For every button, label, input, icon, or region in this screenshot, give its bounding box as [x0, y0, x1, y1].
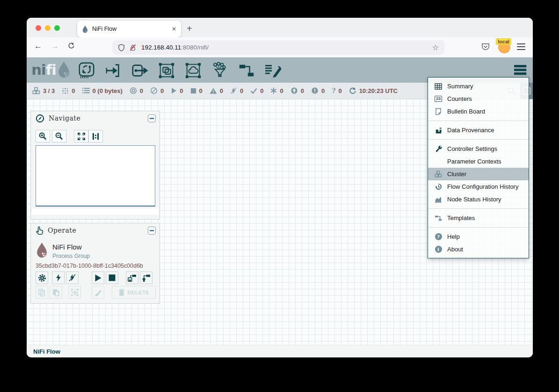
bookmark-star-icon[interactable]: ☆: [432, 43, 439, 52]
menu-item-summary[interactable]: Summary: [428, 80, 529, 93]
traffic-light-zoom-button[interactable]: [54, 25, 60, 31]
status-stopped: 0: [190, 87, 203, 94]
screenshot-stage: NiFi Flow ✕ + ← → 192.168.40.11:8080/nif…: [0, 0, 559, 392]
help-icon: ?: [434, 233, 443, 240]
status-locally-modified-stale: 0: [311, 87, 325, 94]
component-toolbar: [77, 61, 283, 80]
label-component-icon[interactable]: [264, 61, 283, 80]
selected-component-type: Process Group: [52, 253, 90, 259]
new-tab-button[interactable]: +: [187, 21, 192, 36]
processor-component-icon[interactable]: [77, 61, 96, 80]
start-button[interactable]: [92, 271, 104, 284]
queued-list-icon: [82, 87, 90, 94]
breadcrumb[interactable]: NiFi Flow: [33, 348, 60, 355]
forward-button[interactable]: →: [51, 42, 59, 51]
tab-bar: NiFi Flow ✕ +: [27, 18, 533, 37]
operate-header: Operate: [31, 223, 160, 237]
birdseye-brush[interactable]: [32, 208, 159, 216]
nifi-logo-text-ni: ni: [31, 61, 46, 78]
menu-item-parameter-contexts[interactable]: Parameter Contexts: [428, 155, 529, 168]
url-host: 192.168.40.11: [141, 44, 181, 51]
not-transmitting-icon: [150, 87, 158, 94]
zoom-fit-button[interactable]: [74, 130, 88, 143]
pocket-icon[interactable]: [481, 43, 490, 51]
browser-menu-icon[interactable]: [517, 43, 525, 50]
asterisk-icon: [270, 87, 277, 94]
selected-component-id: 35cbd3b7-017b-1000-8bff-1c3405c00d6b: [36, 263, 143, 269]
birdseye-view[interactable]: [36, 145, 155, 207]
traffic-light-close-button[interactable]: [36, 25, 41, 31]
input-port-component-icon[interactable]: [104, 61, 123, 80]
threads-icon: [62, 87, 69, 94]
status-up-to-date: 0: [250, 87, 263, 94]
navigate-toolbar: [36, 130, 105, 143]
nifi-logo-text-fi: fi: [46, 61, 56, 78]
save-template-icon: [128, 274, 137, 282]
breadcrumb-bar: NiFi Flow: [27, 345, 533, 357]
stop-button[interactable]: [106, 271, 118, 284]
fill-color-button[interactable]: [92, 286, 104, 299]
reload-button[interactable]: [68, 42, 75, 49]
enable-button[interactable]: [52, 271, 65, 284]
selected-component-name: NiFi Flow: [52, 243, 82, 251]
menu-item-flow-configuration-history[interactable]: Flow Configuration History: [428, 180, 529, 193]
delete-button[interactable]: DELETE: [112, 286, 156, 299]
stop-icon: [109, 274, 116, 281]
tab-close-icon[interactable]: ✕: [172, 26, 176, 32]
insecure-lock-icon[interactable]: [129, 44, 137, 51]
menu-item-node-status-history[interactable]: Node Status History: [428, 193, 529, 206]
history-icon: [434, 183, 443, 190]
zoom-out-button[interactable]: [52, 130, 66, 143]
copy-button[interactable]: [36, 286, 48, 299]
traffic-light-minimize-button[interactable]: [45, 25, 51, 31]
configuration-button[interactable]: [36, 271, 48, 284]
menu-item-cluster[interactable]: Cluster: [428, 168, 529, 180]
menu-item-help[interactable]: ? Help: [428, 230, 529, 243]
browser-tab[interactable]: NiFi Flow ✕: [77, 21, 181, 37]
transmitting-icon: [130, 87, 137, 94]
operate-title: Operate: [48, 227, 76, 234]
menu-item-controller-settings[interactable]: Controller Settings: [428, 143, 529, 155]
url-text[interactable]: 192.168.40.11:8080/nifi/: [141, 44, 432, 51]
operate-collapse-button[interactable]: [148, 227, 156, 235]
menu-separator: [428, 121, 529, 121]
disable-button[interactable]: [66, 271, 79, 284]
wrench-icon: [434, 145, 443, 152]
paste-button[interactable]: [50, 286, 62, 299]
bulletin-board-icon: [434, 108, 443, 115]
group-selection-icon: [71, 288, 79, 297]
hand-pointer-icon: [36, 226, 44, 235]
url-bar[interactable]: 192.168.40.11:8080/nifi/ ☆: [112, 40, 444, 55]
menu-item-counters[interactable]: 23 Counters: [428, 93, 529, 105]
menu-item-about[interactable]: i About: [428, 243, 529, 256]
status-disabled: 0: [230, 87, 243, 94]
upload-template-button[interactable]: [140, 271, 152, 284]
funnel-component-icon[interactable]: [211, 61, 229, 80]
refresh-icon[interactable]: [349, 87, 356, 94]
refresh-time: 10:20:23 UTC: [359, 87, 398, 94]
profile-container-badge: local: [496, 38, 511, 45]
brush-icon: [94, 288, 102, 297]
cluster-icon: [32, 87, 40, 94]
template-component-icon[interactable]: [237, 61, 256, 80]
menu-item-bulletin-board[interactable]: Bulletin Board: [428, 105, 529, 118]
tab-title: NiFi Flow: [92, 26, 172, 32]
create-template-button[interactable]: [126, 271, 138, 284]
nifi-global-menu-button[interactable]: [514, 65, 526, 75]
menu-item-data-provenance[interactable]: Data Provenance: [428, 124, 529, 136]
navigate-title: Navigate: [49, 114, 80, 122]
group-button[interactable]: [68, 286, 81, 299]
browser-window: NiFi Flow ✕ + ← → 192.168.40.11:8080/nif…: [27, 18, 533, 357]
back-button[interactable]: ←: [34, 42, 42, 51]
gear-icon: [38, 274, 46, 282]
menu-item-templates[interactable]: Templates: [428, 212, 529, 224]
zoom-in-button[interactable]: [36, 130, 50, 143]
output-port-component-icon[interactable]: [131, 61, 149, 80]
status-active-threads: 0: [62, 87, 75, 94]
zoom-actual-size-button[interactable]: [88, 130, 103, 143]
remote-process-group-component-icon[interactable]: [184, 61, 203, 80]
shield-icon[interactable]: [118, 44, 125, 51]
templates-icon: [434, 214, 443, 222]
process-group-component-icon[interactable]: [157, 61, 176, 80]
navigate-collapse-button[interactable]: [148, 114, 156, 122]
